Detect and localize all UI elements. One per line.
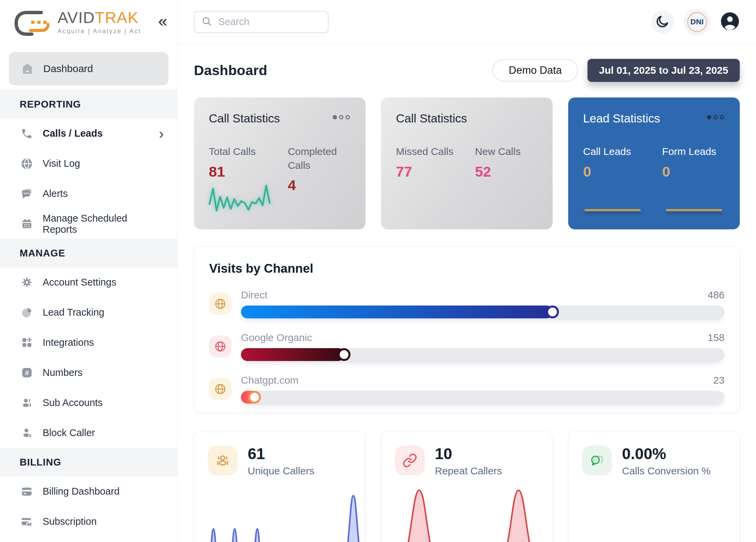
sidebar: AVIDTRAK Acquire | Analyze | Act « Dashb… [0,0,178,542]
sidebar-item-label: Manage Scheduled Reports [43,213,164,235]
sidebar-item-label: Integrations [43,337,94,348]
date-range-picker[interactable]: Jul 01, 2025 to Jul 23, 2025 [587,59,740,82]
menu-dot [333,115,337,119]
demo-data-button[interactable]: Demo Data [492,59,578,82]
kpi-card-calls-conversion: 0.00%Calls Conversion % [568,431,740,542]
metric-label: Form Leads [662,145,725,159]
kpi-peak-chart [381,485,552,542]
sidebar-item-subscription[interactable]: Subscription [0,506,177,537]
chevron-right-icon: › [159,126,164,141]
search-box [194,11,329,33]
topbar-actions: DNI [651,8,740,36]
calendar-icon [20,217,34,231]
channel-body: Google Organic158 [241,332,725,361]
stat-card-call-statistics-1: Call StatisticsMissed Calls77New Calls52 [381,97,553,229]
menu-dot [346,115,350,119]
sidebar-item-account-settings[interactable]: Account Settings [0,267,177,297]
section-header-manage: MANAGE [0,239,177,267]
metric-label: Missed Calls [396,145,468,159]
sidebar-item-dashboard[interactable]: Dashboard [9,52,169,85]
main-area: DNI Dashboard Demo Data Jul 01, 2025 to … [178,0,756,542]
topbar: DNI [178,0,756,44]
visits-by-channel-panel: Visits by Channel Direct486Google Organi… [194,246,740,413]
sidebar-collapse-icon[interactable]: « [158,13,167,29]
avidtrak-logo-mark-icon [13,9,54,40]
user-block-icon [20,426,34,440]
progress-knob[interactable] [548,308,557,316]
globe-icon [209,378,231,400]
stat-card-title: Call Statistics [396,112,538,125]
sidebar-item-manage-scheduled-reports[interactable]: Manage Scheduled Reports [0,209,177,239]
kpi-text: 10Repeat Callers [435,446,502,477]
search-icon [201,16,212,28]
user-avatar[interactable] [720,12,740,32]
sidebar-item-label: Alerts [43,188,68,199]
header-actions: Demo Data Jul 01, 2025 to Jul 23, 2025 [492,59,740,82]
menu-dot [713,115,718,119]
globe-icon [209,335,231,358]
sidebar-item-label: Calls / Leads [43,128,103,139]
kpi-label: Unique Callers [248,465,314,477]
phone-icon [20,127,34,141]
channel-body: Direct486 [241,289,725,318]
channel-value: 158 [708,332,725,343]
search-input[interactable] [218,16,321,28]
metric-new-calls: New Calls52 [475,145,538,180]
sidebar-item-label: Block Caller [43,427,95,438]
chat-green-icon [582,446,612,475]
stat-metrics: Call Leads0Form Leads0 [583,145,725,180]
sidebar-item-sub-accounts[interactable]: Sub Accounts [0,388,177,418]
sidebar-nav: Dashboard REPORTINGCalls / Leads›Visit L… [0,52,177,537]
metric-value: 81 [209,163,281,180]
kpi-value: 10 [435,446,502,462]
dni-button[interactable]: DNI [684,8,711,36]
channel-line: Direct486 [241,289,725,301]
kpi-head: 0.00%Calls Conversion % [582,446,726,477]
kpi-value: 61 [248,446,314,462]
stat-cards-row: Call StatisticsTotal Calls81Completed Ca… [194,97,740,229]
people-orange-icon [208,446,238,475]
kpi-label: Calls Conversion % [622,465,711,477]
kpi-label: Repeat Callers [435,465,502,477]
dni-badge: DNI [687,12,707,32]
channel-line: Chatgpt.com23 [241,375,725,386]
sidebar-item-calls-leads[interactable]: Calls / Leads› [0,118,177,149]
channel-progress-track [241,306,725,318]
sidebar-item-label: Sub Accounts [43,397,103,408]
metric-value: 0 [583,163,655,180]
progress-knob[interactable] [250,393,259,402]
progress-knob[interactable] [339,350,348,359]
sidebar-item-block-caller[interactable]: Block Caller [0,418,177,448]
channel-label: Google Organic [241,332,312,343]
gear-icon [20,275,34,290]
channel-progress-fill [241,306,553,318]
kpi-text: 61Unique Callers [248,446,314,477]
page-title: Dashboard [194,63,267,78]
menu-dot [339,115,343,119]
sidebar-item-integrations[interactable]: Integrations [0,328,177,358]
sidebar-item-alerts[interactable]: Alerts [0,179,177,209]
brand-orange: TRAK [95,8,138,26]
sidebar-item-numbers[interactable]: #Numbers [0,358,177,388]
dark-mode-toggle[interactable] [651,10,674,33]
sidebar-item-billing-dashboard[interactable]: Billing Dashboard [0,476,177,506]
sidebar-item-label: Billing Dashboard [43,486,119,497]
sidebar-item-lead-tracking[interactable]: Lead Tracking [0,297,177,328]
channel-line: Google Organic158 [241,332,725,343]
card-menu-icon[interactable] [707,115,724,119]
metric-value: 0 [662,163,725,180]
kpi-card-repeat-callers: 10Repeat Callers [381,431,553,542]
kpi-head: 61Unique Callers [208,446,352,477]
logo-text: AVIDTRAK Acquire | Analyze | Act [58,9,141,35]
channel-body: Chatgpt.com23 [241,375,725,404]
sidebar-item-label: Dashboard [43,63,93,74]
kpi-head: 10Repeat Callers [395,446,539,477]
card-menu-icon[interactable] [333,115,350,119]
card-sync-icon [20,515,34,529]
panel-title: Visits by Channel [209,262,725,276]
stat-metrics: Missed Calls77New Calls52 [396,145,538,180]
sidebar-item-visit-log[interactable]: Visit Log [0,149,177,179]
channel-row-google-organic: Google Organic158 [209,332,725,361]
metric-value: 52 [475,163,538,180]
content: Dashboard Demo Data Jul 01, 2025 to Jul … [178,44,756,542]
